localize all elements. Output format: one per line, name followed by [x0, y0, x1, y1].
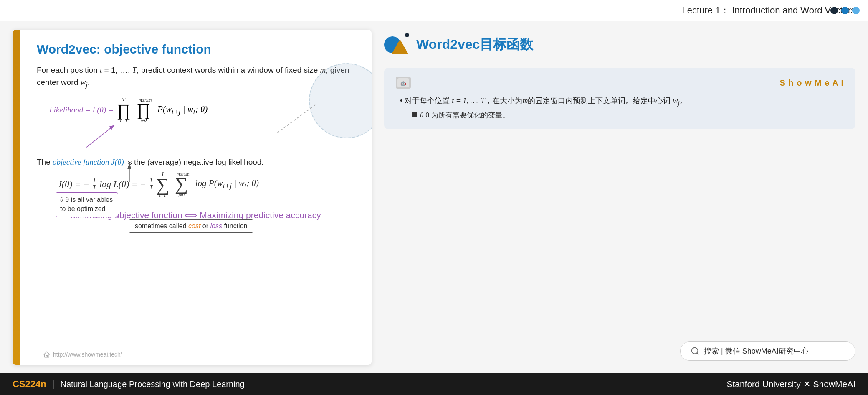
logo-dot [405, 33, 409, 37]
slide-url-text: http://www.showmeai.tech/ [53, 351, 122, 358]
likelihood-label: Likelihood = L(θ) = [49, 105, 114, 115]
content-card: 🤖 S h o w M e A I • 对于每个位置 t = 1, …, T，在… [384, 68, 855, 129]
right-panel-wrapper: Word2vec目标函数 🤖 S h o w M e A I • 对于每个位置 … [384, 30, 855, 365]
right-header: Word2vec目标函数 [384, 30, 855, 59]
bottom-left: CS224n | Natural Language Processing wit… [13, 379, 245, 390]
annotation-sometimes: sometimes called cost or loss function [129, 219, 253, 233]
showmeai-card-label: S h o w M e A I [779, 78, 844, 88]
objective-text: The objective function J(θ) is the (aver… [37, 158, 355, 167]
slide-left-bar [13, 30, 20, 365]
right-panel-title: Word2vec目标函数 [416, 36, 533, 54]
slide-panel: Word2vec: objective function For each po… [13, 30, 372, 365]
search-text: 搜索 | 微信 ShowMeAI研究中心 [704, 346, 809, 356]
svg-text:🤖: 🤖 [400, 80, 406, 86]
card-logo-icon: 🤖 [396, 77, 411, 89]
course-name: Natural Language Processing with Deep Le… [60, 380, 244, 389]
slide-title: Word2vec: objective function [37, 42, 355, 56]
lecture-title: Lecture 1： Introduction and Word Vectors [682, 5, 855, 15]
dot-1 [830, 7, 838, 14]
sum-symbol-1: T ∑ t=1 [156, 171, 169, 198]
svg-point-7 [692, 348, 698, 354]
prod-symbol-1: T ∏ t=1 [117, 96, 131, 124]
slide-url: http://www.showmeai.tech/ [43, 351, 122, 358]
bottom-divider: | [52, 379, 55, 390]
top-bar: Lecture 1： Introduction and Word Vectors [0, 0, 868, 21]
bottom-right: Stanford University ✕ ShowMeAI [726, 379, 855, 389]
search-icon [691, 347, 700, 356]
bullet-square [412, 112, 417, 117]
dot-2 [841, 7, 849, 14]
cost-word: cost [188, 222, 200, 229]
svg-line-8 [697, 353, 698, 354]
slide-body: Word2vec: objective function For each po… [20, 30, 372, 365]
cs-label: CS224n [13, 379, 46, 390]
objective-func-label: objective function J(θ) [53, 158, 124, 166]
loss-word: loss [210, 222, 222, 229]
search-bar[interactable]: 搜索 | 微信 ShowMeAI研究中心 [680, 341, 855, 361]
annotation-theta: θ θ is all variables to be optimized [56, 192, 118, 217]
prod-symbol-2: −m≤j≤m ∏ j≠0 [136, 97, 152, 122]
slide-intro: For each position t = 1, …, T, predict c… [37, 64, 355, 90]
main-content: Word2vec: objective function For each po… [0, 21, 868, 373]
logo-triangle [392, 39, 408, 54]
dots-row [830, 7, 860, 14]
svg-line-2 [86, 125, 114, 147]
formula-area: Likelihood = L(θ) = T ∏ t=1 −m≤j≤m ∏ j≠0… [37, 96, 355, 124]
likelihood-line: Likelihood = L(θ) = T ∏ t=1 −m≤j≤m ∏ j≠0… [49, 96, 355, 124]
sum-symbol-2: −m≤j≤m ∑ j≠0 [173, 171, 189, 197]
card-sub-bullet: θ θ 为所有需要优化的变量。 [412, 110, 844, 120]
bottom-bar: CS224n | Natural Language Processing wit… [0, 373, 868, 395]
dot-3 [852, 7, 860, 14]
sub-bullet-text: θ 为所有需要优化的变量。 [425, 111, 509, 119]
card-header: 🤖 S h o w M e A I [396, 77, 844, 89]
p-formula: P(wt+j | wt; θ) [157, 104, 208, 116]
showmeai-logo [384, 33, 411, 56]
card-bullet-1: • 对于每个位置 t = 1, …, T，在大小为m的固定窗口内预测上下文单词。… [400, 94, 844, 109]
